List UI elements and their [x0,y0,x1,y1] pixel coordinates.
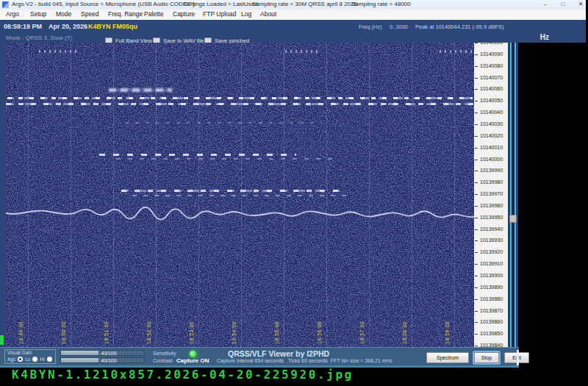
time-tick: 18:49:00 [28,43,29,347]
freq-span-value: 0..3000 [390,24,408,30]
frequency-label: 10140080 [480,63,503,68]
tick-time-label: 18:51:00 [104,321,109,344]
signal-trace [99,154,296,156]
visual-gain-group: Visual Gain Agc Lo Hi [4,349,56,364]
frequency-scrollbar[interactable] [508,43,518,348]
menu-bar: ArgoSetupModeSpeedFreq. RangePaletteCapt… [0,10,586,21]
close-button[interactable]: ✕ [573,0,588,10]
menu-item[interactable]: Argo [6,10,19,18]
capture-state: Capture ON [176,357,209,364]
menu-item[interactable]: Mode [56,10,71,18]
tick-time-label: 18:54:00 [232,321,237,344]
status-bar: 06:59:19 PM Apr 20, 2026 K4BYN FM05qu Fr… [0,20,586,32]
hi-radio[interactable] [47,357,52,362]
signal-trace [125,122,322,124]
menu-item[interactable]: Palette [144,10,163,18]
tick-line [71,43,71,347]
peak-readout: Peak at 10140044.231 (-95.9 dBFS) [415,24,504,30]
agc-radio[interactable] [18,357,23,362]
tick-time-label: 18:55:00 [274,321,279,344]
frequency-label: 10140010 [480,145,503,150]
frequency-label: 10139990 [480,168,503,173]
menu-item[interactable]: Setup [30,10,46,18]
minimize-button[interactable]: – [537,0,553,10]
signal-trace [6,103,474,105]
option-checkbox[interactable]: Save synched [204,34,249,41]
option-checkbox[interactable]: Full Band View [105,34,152,41]
menu-item[interactable]: Speed [81,10,99,18]
time-tick: 18:57:00 [369,43,370,347]
waterfall-display: 18:49:00 18:50:00 18:51:00 18:52:00 18:5… [6,43,474,347]
tick-line [28,43,29,347]
time-tick: 18:59:00 [454,43,456,347]
slider-fill [61,351,98,355]
frequency-label: 10140060 [480,86,503,91]
wavy-carrier-trace [6,204,474,222]
frequency-label: 10139950 [480,215,503,220]
time-tick: 18:58:00 [412,43,413,347]
tick-time-label: 18:50:00 [61,321,66,344]
filename-caption: K4BYN-1.1210x857.2026-04-20-225920.jpg [12,368,354,382]
menu-item[interactable]: About [260,10,276,18]
sensitivity-value: 40/100 [101,351,116,356]
app-icon [2,1,9,8]
tick-line [454,43,455,347]
tick-time-label: 18:49:00 [18,321,24,344]
title-bar: Argo V2 - build 045, Input Source = Micr… [0,0,586,10]
signal-blob [109,88,172,92]
lo-radio-label: Lo [25,357,30,362]
frequency-label: 10139900 [480,273,503,278]
frequency-label: 10140050 [480,98,503,103]
freq-span-label: Freq (Hz) [359,24,382,30]
tick-line [369,43,370,347]
agc-radio-label: Agc [7,357,15,362]
frequency-label: 10139940 [480,226,503,232]
left-window-border [0,43,6,365]
lo-radio[interactable] [32,357,37,362]
stop-button[interactable]: Stop [474,352,499,363]
ticks-readout: Ticks 60 seconds [288,358,328,363]
callsign-grid: K4BYN FM05qu [88,23,137,30]
visual-gain-label: Visual Gain [7,350,32,355]
signal-dots [285,50,319,53]
tick-time-label: 18:58:00 [402,321,407,344]
frequency-scale: 1014010010140090101400801014007010140060… [474,43,508,348]
frequency-label: 10140040 [480,110,503,115]
tick-time-label: 18:53:00 [189,321,194,344]
sensitivity-label: Sensitivity [153,351,176,356]
menu-item[interactable]: Capture [173,10,195,18]
signal-trace [7,97,473,99]
sampling-rate-status: Sampling rate = 48000 [351,1,411,7]
clock-date: Apr 20, 2026 [49,23,87,30]
slider-fill [61,358,98,362]
maximize-button[interactable]: □ [555,0,571,10]
contrast-label: Contrast [153,358,172,363]
signal-dots [440,50,473,53]
sensitivity-slider[interactable]: 40/100 [60,350,145,356]
menu-item[interactable]: FTP Upload [203,10,236,18]
menu-item[interactable]: Log [241,10,251,18]
contrast-slider[interactable]: 40/100 [60,357,145,363]
status-green-marker [0,335,4,345]
frequency-label: 10139860 [480,319,503,324]
frequency-label: 10140020 [480,133,503,138]
option-checkbox[interactable]: Save to WAV file [153,34,204,41]
tick-time-label: 18:52:00 [146,321,151,344]
capture-led-icon [190,351,196,357]
frequency-label: 10140000 [480,157,503,162]
signal-trace [132,195,351,196]
hz-unit-label: Hz [540,33,549,41]
fft-bin-readout: FFT bin size = 366.21 mHz [331,358,392,363]
window-title: Argo V2 - build 045, Input Source = Micr… [12,1,195,7]
frequency-label: 10139960 [480,203,503,208]
spectrum-button[interactable]: Spectrum [426,352,469,363]
frequency-label: 10139870 [480,308,503,313]
frequency-label: 10139920 [480,249,503,254]
signal-trace [116,158,337,160]
menu-item[interactable]: Freq. Range [108,10,143,18]
frequency-label: 10139930 [480,237,503,243]
frequency-label: 10140030 [480,121,503,126]
control-panel: Visual Gain Agc Lo Hi 40/100 40/100 Sens… [0,347,519,366]
scrollbar-thumb[interactable] [509,215,517,223]
frequency-label: 10139890 [480,285,503,290]
